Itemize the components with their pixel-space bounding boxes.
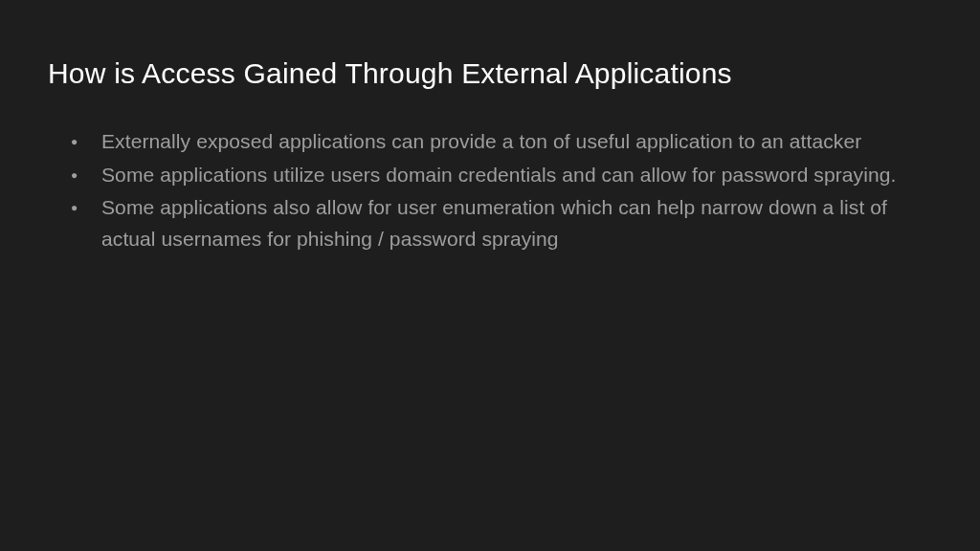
bullet-list: Externally exposed applications can prov… [48, 126, 932, 254]
list-item: Some applications utilize users domain c… [71, 160, 932, 191]
presentation-slide: How is Access Gained Through External Ap… [0, 0, 980, 551]
list-item: Some applications also allow for user en… [71, 192, 932, 254]
slide-title: How is Access Gained Through External Ap… [48, 57, 932, 90]
list-item: Externally exposed applications can prov… [71, 126, 932, 158]
